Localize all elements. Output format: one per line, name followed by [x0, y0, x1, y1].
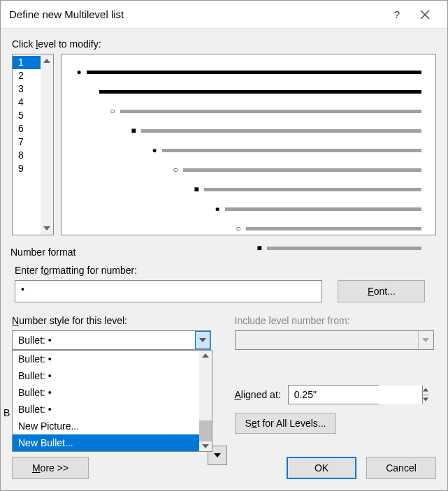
dropdown-item[interactable]: Bullet: • [13, 367, 199, 384]
level-item[interactable]: 7 [13, 135, 41, 149]
aligned-at-label: Aligned at: [235, 389, 281, 400]
level-item[interactable]: 3 [13, 82, 41, 96]
bullet-filled-icon: ● [214, 204, 221, 214]
spin-down-button[interactable] [423, 395, 428, 404]
level-list-items: 1 2 3 4 5 6 7 8 9 [13, 54, 41, 235]
dropdown-item-new-bullet[interactable]: New Bullet... [13, 434, 199, 451]
aligned-at-spinner[interactable] [288, 385, 379, 404]
number-style-label: Number style for this level: [12, 315, 214, 326]
list-preview: ● ● ○ ■ ● ○ ■ ● ○ ■ [61, 54, 436, 235]
include-level-combo [235, 330, 434, 350]
dropdown-item[interactable]: Bullet: • [13, 401, 199, 418]
bullet-open-icon: ○ [109, 106, 116, 116]
number-style-combo[interactable]: Bullet: • Bullet: • Bullet: • Bullet: • … [12, 330, 211, 350]
cancel-button[interactable]: Cancel [366, 457, 436, 479]
spin-up-button[interactable] [423, 386, 428, 395]
level-listbox[interactable]: 1 2 3 4 5 6 7 8 9 [12, 54, 54, 235]
top-row: 1 2 3 4 5 6 7 8 9 ● ● ○ [12, 54, 436, 235]
bullet-square-icon: ■ [130, 126, 137, 135]
combo-dropdown-button [418, 331, 433, 349]
combo-dropdown-button[interactable] [195, 331, 210, 349]
level-item[interactable]: 4 [13, 96, 41, 109]
help-button[interactable]: ? [383, 1, 411, 29]
include-level-label: Include level number from: [235, 315, 437, 326]
scroll-down-icon[interactable] [201, 441, 210, 451]
dropdown-scrollbar[interactable] [199, 351, 212, 451]
formatting-label: Enter formatting for number: [15, 265, 436, 276]
bullet-open-icon: ○ [235, 223, 242, 233]
more-button[interactable]: More >> [12, 457, 89, 479]
level-item[interactable]: 6 [13, 122, 41, 135]
dialog-content: Click level to modify: 1 2 3 4 5 6 7 8 9 [1, 29, 447, 490]
level-scrollbar[interactable] [41, 54, 53, 235]
level-item[interactable]: 5 [13, 109, 41, 122]
chevron-down-icon [422, 338, 429, 342]
dropdown-item[interactable]: New Picture... [13, 418, 199, 434]
dropdown-item[interactable]: Bullet: • [13, 351, 199, 367]
scroll-up-icon[interactable] [201, 351, 210, 360]
dialog-buttons: More >> OK Cancel [12, 457, 436, 479]
bullet-filled-icon: ● [151, 145, 158, 155]
close-button[interactable] [411, 1, 439, 29]
bullet-square-icon: ■ [193, 184, 200, 194]
set-for-all-levels-button[interactable]: Set for All Levels... [235, 413, 337, 434]
number-style-dropdown[interactable]: Bullet: • Bullet: • Bullet: • Bullet: • … [12, 350, 212, 452]
font-button[interactable]: Font... [338, 280, 425, 302]
ok-button[interactable]: OK [287, 457, 356, 479]
bullet-square-icon: ■ [256, 243, 263, 253]
level-item[interactable]: 1 [13, 56, 41, 69]
scroll-down-icon[interactable] [42, 223, 52, 233]
levels-label: Click level to modify: [12, 38, 436, 50]
level-item[interactable]: 8 [13, 149, 41, 162]
dialog-define-multilevel-list: Define new Multilevel list ? Click level… [0, 0, 448, 491]
chevron-down-icon [199, 338, 206, 342]
bullet-filled-icon: ● [75, 67, 82, 77]
bullet-open-icon: ○ [172, 165, 179, 175]
titlebar: Define new Multilevel list ? [1, 1, 447, 29]
scroll-thumb[interactable] [199, 420, 212, 441]
level-item[interactable]: 2 [13, 69, 41, 82]
level-item[interactable]: 9 [13, 162, 41, 175]
dropdown-item[interactable]: Bullet: • [13, 384, 199, 401]
dialog-title: Define new Multilevel list [9, 8, 383, 20]
scroll-up-icon[interactable] [42, 56, 52, 66]
close-icon [420, 10, 430, 20]
number-style-value: Bullet: • [13, 335, 195, 346]
partial-label: B [3, 407, 10, 418]
formatting-input[interactable]: • [15, 280, 322, 302]
aligned-at-input[interactable] [289, 386, 422, 404]
